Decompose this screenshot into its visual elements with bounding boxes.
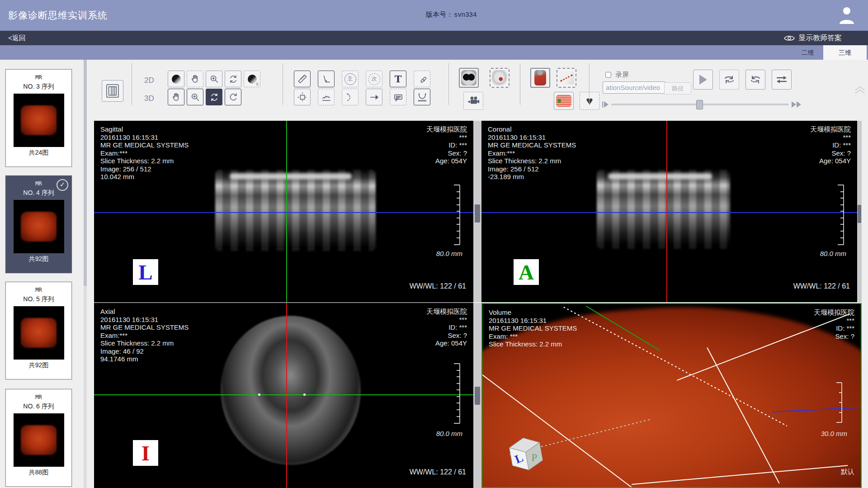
crosshair-handle-dot[interactable] bbox=[303, 393, 306, 396]
video-path-input[interactable] bbox=[603, 81, 666, 94]
crosshair-handle-dot[interactable] bbox=[258, 393, 260, 396]
text-annotation-button[interactable]: T bbox=[390, 71, 406, 87]
viewport-sagittal[interactable]: Sagittal 20161130 16:15:31 MR GE MEDICAL… bbox=[94, 121, 473, 302]
slider-track[interactable] bbox=[611, 104, 789, 105]
viewport-coronal[interactable]: Coronal 20161130 16:15:31 MR GE MEDICAL … bbox=[481, 121, 857, 302]
slider-end-icon bbox=[792, 101, 801, 108]
zoom-3d-button[interactable] bbox=[187, 89, 203, 105]
tab-2d[interactable]: 二维 bbox=[793, 45, 822, 60]
back-button[interactable]: <返回 bbox=[8, 31, 26, 45]
viewport-divider-scrollbar[interactable] bbox=[473, 121, 481, 302]
series-card-3[interactable]: MR NO. 3 序列 共24图 bbox=[5, 69, 72, 167]
arc-tool-button[interactable] bbox=[342, 89, 359, 105]
toolbar-separator bbox=[448, 63, 449, 105]
layout-button[interactable] bbox=[102, 80, 123, 102]
lung-preset-button[interactable] bbox=[459, 68, 479, 88]
patient-id: ID: *** bbox=[810, 141, 851, 149]
slider-thumb[interactable] bbox=[696, 100, 703, 109]
swap-direction-button[interactable] bbox=[772, 70, 792, 90]
sidebar-scrollbar-thumb[interactable] bbox=[84, 60, 87, 286]
viewport-info-right: 天堰模拟医院 *** ID: *** Sex: ? Age: 054Y bbox=[810, 125, 851, 165]
orientation-cube[interactable]: L P bbox=[503, 430, 548, 475]
hospital-name: 天堰模拟医院 bbox=[426, 308, 467, 316]
reset-icon bbox=[228, 92, 238, 102]
roi-secondary-button[interactable]: 次 bbox=[366, 71, 382, 87]
slider-start-icon bbox=[602, 101, 609, 108]
crosshair-locate-button[interactable] bbox=[294, 89, 311, 105]
mode-3d-label: 3D bbox=[144, 94, 154, 103]
path-select-button[interactable]: 路径 bbox=[664, 82, 691, 95]
eraser-button[interactable] bbox=[414, 71, 430, 87]
divider-scroll-thumb[interactable] bbox=[475, 387, 480, 405]
contrast-icon bbox=[172, 75, 181, 84]
curve-profile-button[interactable] bbox=[318, 89, 335, 105]
eraser-icon bbox=[417, 74, 427, 84]
roi-secondary-icon: 次 bbox=[368, 73, 380, 85]
scale-label: 80.0 mm bbox=[436, 250, 462, 257]
mri-bright-band bbox=[608, 173, 712, 180]
rotate-right-button[interactable] bbox=[719, 70, 739, 90]
viewport-volume-3d[interactable]: Volume 20161130 16:15:31 MR GE MEDICAL S… bbox=[481, 303, 862, 488]
window-level-button[interactable] bbox=[168, 71, 184, 87]
user-account-icon[interactable] bbox=[838, 6, 855, 24]
path-plan-button[interactable] bbox=[557, 68, 576, 88]
slice-thickness: Slice Thickness: 2.2 mm bbox=[489, 340, 577, 348]
skull-3d-preset-button[interactable] bbox=[490, 68, 509, 88]
toolbar-separator bbox=[132, 63, 132, 105]
play-icon bbox=[699, 75, 707, 85]
rotate-left-icon bbox=[749, 74, 762, 85]
viewport-divider-scrollbar[interactable] bbox=[473, 303, 481, 488]
comment-annotation-button[interactable] bbox=[390, 89, 406, 105]
reset-3d-button[interactable] bbox=[225, 89, 241, 105]
viewport-axial[interactable]: Axial 20161130 16:15:31 MR GE MEDICAL SY… bbox=[94, 303, 473, 488]
series-card-6[interactable]: MR NO. 6 序列 共88图 bbox=[5, 389, 72, 487]
right-scroll-thumb[interactable] bbox=[858, 205, 861, 223]
crosshair-vertical-red[interactable] bbox=[286, 303, 287, 488]
rotate-icon bbox=[228, 74, 238, 84]
record-checkbox[interactable] bbox=[605, 72, 611, 78]
play-button[interactable] bbox=[693, 70, 713, 90]
divider-scroll-thumb[interactable] bbox=[475, 204, 480, 223]
series-card-4-selected[interactable]: ✓ MR NO. 4 序列 共92图 bbox=[5, 175, 72, 273]
series-card-5[interactable]: MR NO. 5 序列 共92图 bbox=[5, 282, 72, 379]
patient-sex: Sex: ? bbox=[814, 332, 854, 341]
rotate-3d-button-active[interactable] bbox=[206, 89, 222, 105]
vessel-preset-button[interactable] bbox=[554, 92, 574, 110]
arrow-annotation-button[interactable] bbox=[366, 89, 382, 105]
crosshair-horizontal-blue[interactable] bbox=[481, 212, 857, 213]
crosshair-vertical-red[interactable] bbox=[666, 121, 667, 302]
window-level-reset-button[interactable]: c bbox=[244, 71, 260, 87]
version-value: svn334 bbox=[454, 11, 476, 19]
tab-3d-active[interactable]: 三维 bbox=[823, 45, 867, 60]
rotate-left-button[interactable] bbox=[745, 70, 765, 90]
heart-preset-button[interactable]: ♥ bbox=[580, 92, 599, 110]
right-edge-scrollbar[interactable] bbox=[857, 121, 862, 302]
secondary-nav-bar: <返回 显示教师答案 bbox=[0, 31, 868, 45]
orientation-marker: A bbox=[514, 259, 539, 285]
crosshair-horizontal-blue[interactable] bbox=[94, 212, 473, 213]
preset-default-label[interactable]: 默认 bbox=[841, 468, 854, 476]
exam-label: Exam:*** bbox=[100, 332, 189, 340]
crosshair-vertical-green[interactable] bbox=[286, 121, 287, 302]
zoom-2d-button[interactable] bbox=[206, 71, 222, 87]
crosshair-horizontal-green[interactable] bbox=[94, 394, 473, 395]
study-datetime: 20161130 16:15:31 bbox=[488, 133, 576, 142]
collapse-toolbar-chevron[interactable] bbox=[854, 85, 866, 94]
rotate-2d-button[interactable] bbox=[225, 71, 241, 87]
mri-bright-band bbox=[230, 173, 352, 180]
roi-main-button[interactable]: 主 bbox=[342, 71, 359, 87]
eye-icon bbox=[784, 35, 795, 42]
modality-device: MR GE MEDICAL SYSTEMS bbox=[100, 323, 189, 332]
show-teacher-answer-button[interactable]: 显示教师答案 bbox=[784, 31, 842, 45]
pan-3d-button[interactable] bbox=[168, 89, 184, 105]
series-modality: MR bbox=[6, 287, 71, 293]
video-capture-button[interactable] bbox=[463, 92, 483, 110]
patient-age: Age: 054Y bbox=[426, 339, 467, 347]
curved-measure-button[interactable] bbox=[414, 89, 430, 105]
measure-angle-button[interactable] bbox=[318, 71, 335, 87]
hospital-name: 天堰模拟医院 bbox=[814, 308, 854, 317]
sidebar-scrollbar[interactable] bbox=[84, 60, 87, 488]
measure-length-button[interactable] bbox=[294, 71, 311, 87]
bone-preset-button[interactable] bbox=[530, 68, 550, 88]
pan-2d-button[interactable] bbox=[187, 71, 203, 87]
